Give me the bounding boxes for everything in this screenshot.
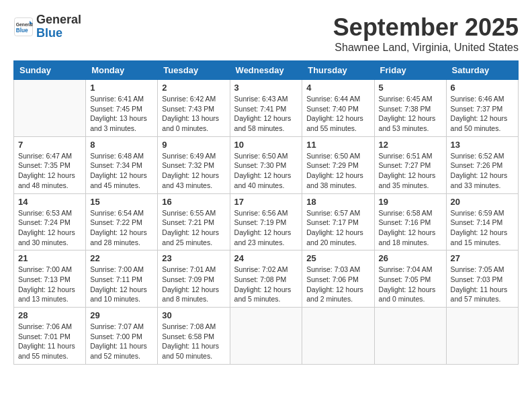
day-number: 18 xyxy=(306,197,369,207)
day-info: Sunrise: 6:54 AM Sunset: 7:22 PM Dayligh… xyxy=(90,208,153,248)
day-info: Sunrise: 6:56 AM Sunset: 7:19 PM Dayligh… xyxy=(234,208,298,248)
day-number: 5 xyxy=(379,83,442,93)
svg-text:Blue: Blue xyxy=(16,27,28,33)
calendar-cell: 25Sunrise: 7:03 AM Sunset: 7:06 PM Dayli… xyxy=(302,250,374,308)
day-number: 7 xyxy=(18,140,81,150)
calendar-week-0: 1Sunrise: 6:41 AM Sunset: 7:45 PM Daylig… xyxy=(14,80,519,137)
day-number: 30 xyxy=(162,310,225,320)
calendar-cell: 1Sunrise: 6:41 AM Sunset: 7:45 PM Daylig… xyxy=(86,80,158,137)
calendar-cell: 19Sunrise: 6:58 AM Sunset: 7:16 PM Dayli… xyxy=(374,193,446,250)
calendar-cell: 24Sunrise: 7:02 AM Sunset: 7:08 PM Dayli… xyxy=(230,250,302,308)
calendar-week-3: 21Sunrise: 7:00 AM Sunset: 7:13 PM Dayli… xyxy=(14,250,519,308)
day-info: Sunrise: 6:45 AM Sunset: 7:38 PM Dayligh… xyxy=(379,94,442,134)
day-info: Sunrise: 7:03 AM Sunset: 7:06 PM Dayligh… xyxy=(306,265,369,304)
day-info: Sunrise: 6:49 AM Sunset: 7:32 PM Dayligh… xyxy=(162,151,225,191)
column-header-thursday: Thursday xyxy=(302,61,374,80)
day-info: Sunrise: 6:55 AM Sunset: 7:21 PM Dayligh… xyxy=(162,208,225,248)
day-number: 14 xyxy=(18,197,81,207)
logo-blue: Blue xyxy=(36,27,81,40)
calendar-cell xyxy=(302,308,374,365)
day-number: 21 xyxy=(18,253,81,263)
calendar-cell: 11Sunrise: 6:50 AM Sunset: 7:29 PM Dayli… xyxy=(302,136,374,193)
day-number: 8 xyxy=(90,140,153,150)
day-number: 24 xyxy=(234,253,298,263)
location: Shawnee Land, Virginia, United States xyxy=(333,42,519,54)
page-header: General Blue General Blue September 2025… xyxy=(13,13,519,54)
calendar-cell: 17Sunrise: 6:56 AM Sunset: 7:19 PM Dayli… xyxy=(230,193,302,250)
title-section: September 2025 Shawnee Land, Virginia, U… xyxy=(333,13,519,54)
calendar-cell: 5Sunrise: 6:45 AM Sunset: 7:38 PM Daylig… xyxy=(374,80,446,137)
day-info: Sunrise: 6:52 AM Sunset: 7:26 PM Dayligh… xyxy=(451,151,514,191)
day-info: Sunrise: 6:42 AM Sunset: 7:43 PM Dayligh… xyxy=(162,94,225,134)
day-info: Sunrise: 7:06 AM Sunset: 7:01 PM Dayligh… xyxy=(18,322,81,361)
day-number: 22 xyxy=(90,253,153,263)
calendar-cell: 29Sunrise: 7:07 AM Sunset: 7:00 PM Dayli… xyxy=(86,308,158,365)
day-info: Sunrise: 7:05 AM Sunset: 7:03 PM Dayligh… xyxy=(451,265,514,304)
month-title: September 2025 xyxy=(333,13,519,42)
day-info: Sunrise: 6:44 AM Sunset: 7:40 PM Dayligh… xyxy=(306,94,369,134)
day-number: 3 xyxy=(234,83,298,93)
day-info: Sunrise: 6:41 AM Sunset: 7:45 PM Dayligh… xyxy=(90,94,153,134)
calendar-cell: 27Sunrise: 7:05 AM Sunset: 7:03 PM Dayli… xyxy=(446,250,518,308)
day-number: 1 xyxy=(90,83,153,93)
calendar-cell: 2Sunrise: 6:42 AM Sunset: 7:43 PM Daylig… xyxy=(158,80,230,137)
calendar-cell xyxy=(230,308,302,365)
logo: General Blue General Blue xyxy=(13,13,81,40)
day-info: Sunrise: 6:59 AM Sunset: 7:14 PM Dayligh… xyxy=(451,208,514,248)
calendar-cell: 20Sunrise: 6:59 AM Sunset: 7:14 PM Dayli… xyxy=(446,193,518,250)
calendar-cell: 21Sunrise: 7:00 AM Sunset: 7:13 PM Dayli… xyxy=(14,250,86,308)
column-header-wednesday: Wednesday xyxy=(230,61,302,80)
day-info: Sunrise: 6:43 AM Sunset: 7:41 PM Dayligh… xyxy=(234,94,298,134)
calendar-cell: 22Sunrise: 7:00 AM Sunset: 7:11 PM Dayli… xyxy=(86,250,158,308)
day-number: 15 xyxy=(90,197,153,207)
day-info: Sunrise: 7:08 AM Sunset: 6:58 PM Dayligh… xyxy=(162,322,225,361)
calendar-cell: 6Sunrise: 6:46 AM Sunset: 7:37 PM Daylig… xyxy=(446,80,518,137)
calendar-cell: 23Sunrise: 7:01 AM Sunset: 7:09 PM Dayli… xyxy=(158,250,230,308)
calendar-cell: 30Sunrise: 7:08 AM Sunset: 6:58 PM Dayli… xyxy=(158,308,230,365)
day-info: Sunrise: 6:50 AM Sunset: 7:29 PM Dayligh… xyxy=(306,151,369,191)
calendar-cell: 10Sunrise: 6:50 AM Sunset: 7:30 PM Dayli… xyxy=(230,136,302,193)
logo-icon: General Blue xyxy=(13,17,34,37)
column-header-saturday: Saturday xyxy=(446,61,518,80)
day-number: 11 xyxy=(306,140,369,150)
calendar-cell xyxy=(446,308,518,365)
day-info: Sunrise: 6:53 AM Sunset: 7:24 PM Dayligh… xyxy=(18,208,81,248)
day-number: 16 xyxy=(162,197,225,207)
calendar-cell: 9Sunrise: 6:49 AM Sunset: 7:32 PM Daylig… xyxy=(158,136,230,193)
calendar-week-2: 14Sunrise: 6:53 AM Sunset: 7:24 PM Dayli… xyxy=(14,193,519,250)
day-info: Sunrise: 7:04 AM Sunset: 7:05 PM Dayligh… xyxy=(379,265,442,304)
calendar-cell: 14Sunrise: 6:53 AM Sunset: 7:24 PM Dayli… xyxy=(14,193,86,250)
day-number: 29 xyxy=(90,310,153,320)
calendar-cell: 3Sunrise: 6:43 AM Sunset: 7:41 PM Daylig… xyxy=(230,80,302,137)
day-number: 2 xyxy=(162,83,225,93)
column-header-monday: Monday xyxy=(86,61,158,80)
calendar-cell: 28Sunrise: 7:06 AM Sunset: 7:01 PM Dayli… xyxy=(14,308,86,365)
day-info: Sunrise: 7:01 AM Sunset: 7:09 PM Dayligh… xyxy=(162,265,225,304)
calendar-cell: 15Sunrise: 6:54 AM Sunset: 7:22 PM Dayli… xyxy=(86,193,158,250)
day-info: Sunrise: 6:51 AM Sunset: 7:27 PM Dayligh… xyxy=(379,151,442,191)
day-info: Sunrise: 6:48 AM Sunset: 7:34 PM Dayligh… xyxy=(90,151,153,191)
day-number: 25 xyxy=(306,253,369,263)
calendar-cell xyxy=(14,80,86,137)
calendar-cell: 18Sunrise: 6:57 AM Sunset: 7:17 PM Dayli… xyxy=(302,193,374,250)
day-number: 10 xyxy=(234,140,298,150)
day-info: Sunrise: 7:07 AM Sunset: 7:00 PM Dayligh… xyxy=(90,322,153,361)
calendar-cell: 13Sunrise: 6:52 AM Sunset: 7:26 PM Dayli… xyxy=(446,136,518,193)
calendar-cell: 8Sunrise: 6:48 AM Sunset: 7:34 PM Daylig… xyxy=(86,136,158,193)
day-info: Sunrise: 7:02 AM Sunset: 7:08 PM Dayligh… xyxy=(234,265,298,304)
day-number: 27 xyxy=(451,253,514,263)
day-info: Sunrise: 7:00 AM Sunset: 7:13 PM Dayligh… xyxy=(18,265,81,304)
calendar-week-4: 28Sunrise: 7:06 AM Sunset: 7:01 PM Dayli… xyxy=(14,308,519,365)
logo-text: General Blue xyxy=(36,13,81,40)
day-number: 23 xyxy=(162,253,225,263)
calendar-cell: 7Sunrise: 6:47 AM Sunset: 7:35 PM Daylig… xyxy=(14,136,86,193)
day-number: 13 xyxy=(451,140,514,150)
day-number: 20 xyxy=(451,197,514,207)
day-info: Sunrise: 7:00 AM Sunset: 7:11 PM Dayligh… xyxy=(90,265,153,304)
day-number: 9 xyxy=(162,140,225,150)
calendar-week-1: 7Sunrise: 6:47 AM Sunset: 7:35 PM Daylig… xyxy=(14,136,519,193)
day-number: 19 xyxy=(379,197,442,207)
column-header-tuesday: Tuesday xyxy=(158,61,230,80)
column-header-sunday: Sunday xyxy=(14,61,86,80)
day-number: 28 xyxy=(18,310,81,320)
